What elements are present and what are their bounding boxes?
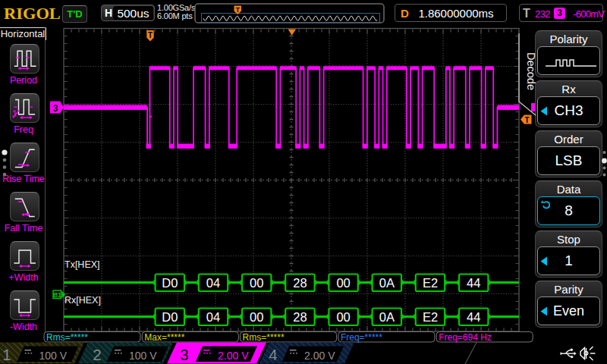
- svg-text:1: 1: [2, 346, 11, 363]
- svg-text:04: 04: [206, 276, 220, 290]
- svg-text:Tx[HEX]: Tx[HEX]: [64, 259, 100, 270]
- svg-text:T: T: [148, 31, 153, 39]
- svg-text:2.00 V: 2.00 V: [218, 350, 249, 362]
- svg-text:Freq=694 Hz: Freq=694 Hz: [439, 332, 492, 343]
- svg-text:D0: D0: [162, 310, 178, 324]
- svg-text:00: 00: [336, 310, 350, 324]
- svg-text:Rx[HEX]: Rx[HEX]: [64, 295, 101, 306]
- svg-text:Rms=*****: Rms=*****: [46, 332, 88, 343]
- svg-text:B1: B1: [53, 291, 61, 299]
- svg-text:E2: E2: [423, 276, 438, 290]
- svg-text:00: 00: [250, 310, 263, 324]
- svg-text:04: 04: [206, 310, 220, 324]
- svg-text:3: 3: [53, 103, 58, 114]
- svg-text:44: 44: [467, 276, 480, 290]
- svg-text:T: T: [524, 116, 529, 124]
- svg-text:100 V: 100 V: [129, 350, 157, 362]
- svg-text:Max=*****: Max=*****: [144, 332, 184, 343]
- svg-text:4: 4: [269, 346, 277, 363]
- svg-text:00: 00: [336, 276, 350, 290]
- svg-text:Decode: Decode: [525, 52, 537, 90]
- svg-text:2: 2: [93, 346, 101, 363]
- svg-text:44: 44: [467, 310, 480, 324]
- svg-text:100 V: 100 V: [39, 350, 68, 362]
- svg-text:Rms=*****: Rms=*****: [243, 332, 285, 343]
- svg-text:2.00 V: 2.00 V: [304, 350, 335, 362]
- svg-text:D0: D0: [162, 276, 178, 290]
- svg-text:3: 3: [180, 346, 188, 363]
- svg-text:Freq=*****: Freq=*****: [341, 332, 382, 343]
- svg-text:0A: 0A: [379, 276, 395, 290]
- svg-text:28: 28: [293, 276, 307, 290]
- svg-text:28: 28: [293, 310, 307, 324]
- svg-text:E2: E2: [423, 310, 438, 324]
- svg-text:0A: 0A: [379, 310, 395, 324]
- svg-text:00: 00: [250, 276, 263, 290]
